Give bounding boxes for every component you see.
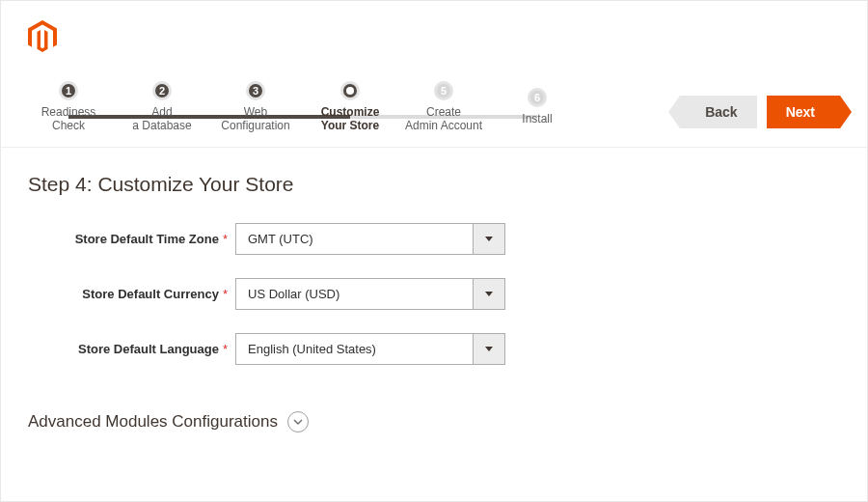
currency-select[interactable]: US Dollar (USD) [235,278,505,310]
advanced-modules-heading: Advanced Modules Configurations [28,411,840,432]
step-circle: 2 [152,81,172,100]
step-install: 6 Install [489,88,585,126]
field-timezone: Store Default Time Zone* GMT (UTC) [28,223,840,255]
language-label: Store Default Language* [28,342,235,356]
step-label: Customize Your Store [321,106,380,133]
language-value: English (United States) [235,333,473,365]
timezone-label: Store Default Time Zone* [28,232,235,246]
required-star-icon: * [223,287,228,301]
caret-down-icon [473,223,505,255]
advanced-heading-text: Advanced Modules Configurations [28,412,278,432]
step-label: Web Configuration [221,106,289,133]
step-circle: 6 [528,88,547,107]
step-readiness-check: 1 Readiness Check [20,81,117,133]
required-star-icon: * [223,232,228,246]
next-button[interactable]: Next [767,96,840,128]
language-select[interactable]: English (United States) [235,333,505,365]
expand-toggle[interactable] [287,411,309,432]
step-circle: 5 [434,81,453,100]
step-circle: 3 [246,81,265,100]
currency-value: US Dollar (USD) [235,278,473,310]
field-language: Store Default Language* English (United … [28,333,840,365]
step-label: Create Admin Account [405,106,482,133]
timezone-value: GMT (UTC) [235,223,473,255]
required-star-icon: * [223,342,228,356]
chevron-down-icon [293,419,303,425]
field-currency: Store Default Currency* US Dollar (USD) [28,278,840,310]
magento-logo-icon [28,20,57,53]
page-title: Step 4: Customize Your Store [28,173,840,196]
step-circle: 1 [59,81,78,100]
step-add-database: 2 Add a Database [114,81,210,133]
currency-label: Store Default Currency* [28,287,235,301]
step-label: Install [522,113,552,126]
step-circle [340,81,360,100]
step-create-admin: 5 Create Admin Account [395,81,492,133]
step-label: Readiness Check [41,106,96,133]
caret-down-icon [473,333,505,365]
back-button[interactable]: Back [680,96,756,128]
step-web-configuration: 3 Web Configuration [207,81,304,133]
step-label: Add a Database [132,106,191,133]
wizard-progress: 1 Readiness Check 2 Add a Database 3 Web… [1,90,867,148]
step-customize-store: Customize Your Store [302,81,398,133]
caret-down-icon [473,278,505,310]
timezone-select[interactable]: GMT (UTC) [235,223,505,255]
